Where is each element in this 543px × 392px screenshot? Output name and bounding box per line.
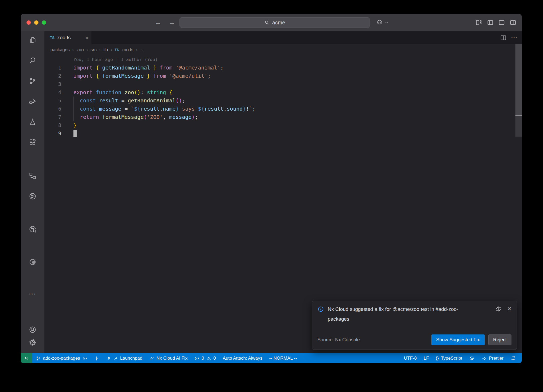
bell-icon [510, 356, 516, 361]
breadcrumb-item[interactable]: packages [50, 47, 70, 53]
toggle-secondary-sidebar-icon[interactable] [510, 19, 516, 26]
eol-item[interactable]: LF [420, 353, 432, 363]
command-center-search[interactable]: acme [179, 17, 370, 28]
tab-zoo-ts[interactable]: TS zoo.ts × [45, 31, 92, 44]
extensions-icon[interactable] [29, 138, 37, 146]
breadcrumb-item[interactable]: zoo.ts [121, 47, 133, 53]
breadcrumb-item[interactable]: src [91, 47, 97, 53]
scrollbar-thumb[interactable] [515, 44, 522, 115]
code-line: 7 return formatMessage('ZOO', message); [45, 113, 522, 121]
tab-label: zoo.ts [57, 35, 71, 41]
remote-indicator[interactable] [21, 353, 32, 363]
line-number: 5 [45, 97, 61, 105]
problems-item[interactable]: 0 0 [191, 353, 219, 363]
typescript-file-icon: TS [115, 48, 119, 52]
line-number: 4 [45, 88, 61, 97]
line-number: 7 [45, 113, 61, 121]
close-window-button[interactable] [27, 20, 31, 25]
split-editor-icon[interactable] [500, 34, 507, 41]
code-line: 8} [45, 121, 522, 129]
encoding-label: UTF-8 [404, 356, 417, 361]
editor-actions: ⋯ [500, 31, 518, 44]
code-line: 6 const message = `${result.name} says $… [45, 105, 522, 113]
status-bar: add-zoo-packages [21, 353, 522, 363]
notification-footer: Source: Nx Console Show Suggested Fix Re… [317, 334, 511, 345]
auto-attach-item[interactable]: Auto Attach: Always [219, 353, 266, 363]
notification-header: Nx Cloud suggested a fix for @acme/zoo:t… [317, 306, 511, 324]
breadcrumb-separator: › [72, 47, 74, 53]
launchpad-item[interactable]: Launchpad [103, 353, 146, 363]
formatter-item[interactable]: Prettier [478, 353, 507, 363]
breadcrumb: packages › zoo › src › lib › TS zoo.ts ›… [45, 44, 522, 56]
breadcrumb-item[interactable]: lib [103, 47, 108, 53]
notification-settings-gear-icon[interactable] [495, 306, 502, 312]
braces-icon: {} [436, 356, 439, 361]
nx-cloud-fix-item[interactable]: Nx Cloud AI Fix [146, 353, 191, 363]
more-actions-icon[interactable]: ⋯ [511, 34, 518, 41]
accounts-icon[interactable] [29, 326, 37, 334]
edge-browser-icon[interactable] [29, 258, 37, 266]
code-line: 9 [45, 129, 522, 138]
double-check-icon [481, 356, 487, 361]
copilot-menu[interactable] [376, 14, 388, 31]
code-line: 4export function zoo(): string { [45, 88, 522, 97]
warning-count: 0 [213, 356, 216, 361]
code-line: 2import { formatMessage } from '@acme/ut… [45, 72, 522, 80]
line-number: 9 [45, 129, 61, 138]
info-icon [317, 306, 324, 312]
notifications-bell-item[interactable] [507, 353, 519, 363]
toggle-panel-icon[interactable] [498, 19, 505, 26]
run-debug-icon[interactable] [29, 97, 37, 105]
scrollbar-track[interactable] [515, 116, 522, 137]
close-tab-icon[interactable]: × [85, 35, 88, 41]
settings-gear-icon[interactable] [29, 338, 37, 346]
breadcrumb-item[interactable]: … [140, 47, 145, 53]
copilot-icon [469, 356, 475, 361]
breadcrumb-separator: › [111, 47, 112, 53]
breadcrumb-item[interactable]: zoo [76, 47, 84, 53]
minimize-window-button[interactable] [34, 20, 38, 25]
language-mode-item[interactable]: {} TypeScript [432, 353, 466, 363]
code-line: 3 [45, 80, 522, 88]
line-number: 2 [45, 72, 61, 80]
titlebar: ← → acme [21, 14, 522, 31]
encoding-item[interactable]: UTF-8 [401, 353, 420, 363]
show-suggested-fix-button[interactable]: Show Suggested Fix [431, 334, 485, 345]
notification-message: Nx Cloud suggested a fix for @acme/zoo:t… [328, 304, 471, 324]
git-branch-item[interactable]: add-zoo-packages [32, 353, 91, 363]
error-icon [194, 356, 199, 361]
auto-attach-label: Auto Attach: Always [223, 356, 262, 361]
explorer-icon[interactable] [29, 36, 37, 44]
maximize-window-button[interactable] [42, 20, 46, 25]
plug-icon [113, 356, 118, 361]
window-controls [27, 14, 46, 31]
status-bar-right: UTF-8 LF {} TypeScript [401, 353, 522, 363]
testing-icon[interactable] [29, 118, 37, 126]
status-bar-left: add-zoo-packages [32, 353, 401, 363]
copilot-status-item[interactable] [466, 353, 478, 363]
gitlens-blame: You, 1 hour ago | 1 author (You) [45, 56, 522, 64]
customize-layout-icon[interactable] [475, 19, 482, 26]
back-icon[interactable]: ← [155, 18, 161, 27]
git-branch-icon [36, 356, 41, 361]
source-control-icon[interactable] [29, 77, 37, 85]
nx-console-icon[interactable] [29, 192, 37, 200]
forward-icon[interactable]: → [168, 18, 175, 27]
additional-views-icon[interactable]: ⋯ [29, 290, 37, 298]
commit-graph-item[interactable] [91, 353, 103, 363]
reject-button[interactable]: Reject [488, 334, 511, 345]
code-line: 1import { getRandomAnimal } from '@acme/… [45, 64, 522, 72]
breadcrumb-separator: › [86, 47, 88, 53]
vim-mode-item[interactable]: -- NORMAL -- [266, 353, 300, 363]
search-icon [264, 20, 270, 25]
toggle-primary-sidebar-icon[interactable] [487, 19, 494, 26]
close-notification-icon[interactable]: × [507, 306, 511, 312]
rocket-icon [106, 356, 111, 361]
wrench-icon [149, 356, 154, 361]
search-view-icon[interactable] [29, 56, 37, 64]
project-graph-view-icon[interactable] [29, 172, 37, 180]
search-value: acme [272, 20, 285, 26]
nx-cloud-icon[interactable] [29, 225, 37, 233]
text-cursor [73, 130, 77, 137]
line-number: 6 [45, 105, 61, 113]
